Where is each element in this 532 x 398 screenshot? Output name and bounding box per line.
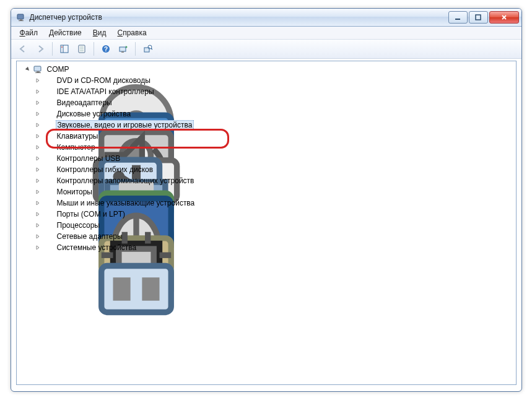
tree-item-label: Мониторы (56, 188, 94, 196)
tree-item[interactable]: Контроллеры USB (34, 153, 516, 164)
mouse-icon (43, 198, 53, 208)
tree-item[interactable]: Видеоадаптеры (34, 97, 516, 108)
keyboard-icon (43, 131, 53, 141)
expand-icon[interactable] (34, 233, 41, 240)
tree-item[interactable]: Контроллеры гибких дисков (34, 164, 516, 175)
tree-item[interactable]: Контроллеры запоминающих устройств (34, 175, 516, 186)
expand-icon[interactable] (34, 188, 41, 196)
menu-action[interactable]: Действие (44, 27, 87, 38)
back-button[interactable] (15, 41, 31, 57)
svg-text:?: ? (103, 46, 107, 53)
tree-item-label: Контроллеры запоминающих устройств (56, 176, 196, 185)
svg-rect-21 (34, 66, 41, 71)
tree-item[interactable]: Мониторы (34, 186, 516, 197)
expand-icon[interactable] (34, 155, 41, 162)
svg-rect-0 (17, 14, 24, 19)
expand-icon[interactable] (34, 99, 41, 106)
usb-icon (43, 154, 53, 163)
expand-icon[interactable] (34, 132, 41, 140)
device-manager-window: Диспетчер устройств Файл Действие Вид Сп… (11, 8, 522, 392)
tree-root-label: COMP (46, 65, 71, 74)
expand-icon[interactable] (34, 177, 41, 184)
tree-item-label: Сетевые адаптеры (56, 232, 124, 241)
svg-rect-22 (37, 71, 40, 72)
expand-icon[interactable] (34, 144, 41, 151)
show-hide-tree-button[interactable] (56, 41, 72, 57)
menu-file[interactable]: Файл (15, 27, 43, 38)
tree-item-label: Видеоадаптеры (56, 98, 113, 107)
expand-icon[interactable] (34, 88, 41, 95)
properties-button[interactable] (74, 41, 90, 57)
menu-help[interactable]: Справка (113, 27, 152, 38)
maximize-button[interactable] (469, 11, 488, 24)
svg-line-20 (151, 48, 152, 50)
toolbar: ? (11, 40, 521, 59)
tree-item-label: Звуковые, видео и игровые устройства (56, 120, 194, 130)
expand-icon[interactable] (34, 77, 41, 84)
svg-rect-2 (19, 20, 24, 21)
expand-icon[interactable] (34, 222, 41, 229)
system-icon (43, 243, 53, 253)
tree-item[interactable]: Процессоры (34, 220, 516, 231)
svg-rect-23 (35, 72, 41, 73)
minimize-button[interactable] (448, 11, 468, 24)
tree-item[interactable]: Мыши и иные указывающие устройства (34, 197, 516, 209)
net-icon (43, 231, 53, 241)
cpu-icon (43, 220, 53, 230)
expand-icon[interactable] (34, 121, 41, 129)
collapse-icon[interactable] (24, 66, 32, 73)
svg-rect-1 (20, 19, 22, 20)
titlebar[interactable]: Диспетчер устройств (11, 9, 521, 27)
separator (135, 42, 136, 56)
svg-rect-9 (61, 46, 63, 48)
tree-item[interactable]: Клавиатуры (34, 131, 516, 142)
tree-item[interactable]: DVD и CD-ROM дисководы (34, 75, 516, 86)
tree-item[interactable]: Звуковые, видео и игровые устройства (34, 119, 516, 131)
tree-item-label: IDE ATA/ATAPI контроллеры (56, 87, 155, 96)
tree-item[interactable]: Системные устройства (34, 242, 516, 253)
tree-item-label: Контроллеры гибких дисков (56, 165, 155, 174)
tree-item[interactable]: IDE ATA/ATAPI контроллеры (34, 86, 516, 97)
menubar: Файл Действие Вид Справка (11, 27, 521, 40)
monitor-icon (43, 187, 53, 197)
forward-button[interactable] (32, 41, 48, 57)
close-button[interactable] (489, 11, 519, 24)
svg-rect-7 (61, 45, 68, 53)
ide-icon (43, 87, 53, 97)
tree-item-label: Системные устройства (56, 243, 138, 252)
tree-item-label: Компьютер (56, 143, 97, 152)
tree-item[interactable]: Порты (COM и LPT) (34, 209, 516, 220)
tree-item[interactable]: Сетевые адаптеры (34, 231, 516, 242)
svg-rect-4 (476, 15, 481, 20)
svg-rect-17 (121, 51, 124, 53)
svg-rect-16 (120, 47, 126, 51)
sound-icon (43, 120, 53, 130)
expand-icon[interactable] (34, 199, 41, 207)
expand-icon[interactable] (34, 210, 41, 218)
separator (94, 42, 94, 56)
separator (52, 42, 53, 56)
display-icon (43, 98, 53, 108)
tree-item-label: Порты (COM и LPT) (56, 210, 127, 218)
storage-icon (43, 176, 53, 186)
tree-item[interactable]: Компьютер (34, 142, 516, 153)
tree-view[interactable]: COMP DVD и CD-ROM дисководыIDE ATA/ATAPI… (16, 61, 517, 385)
tree-item-label: Дисковые устройства (56, 110, 133, 118)
tree-item-label: Мыши и иные указывающие устройства (56, 199, 196, 207)
update-driver-button[interactable] (139, 41, 155, 57)
menu-view[interactable]: Вид (88, 27, 111, 38)
tree-root[interactable]: COMP (19, 64, 516, 75)
expand-icon[interactable] (34, 110, 41, 118)
expand-icon[interactable] (34, 166, 41, 173)
app-icon (16, 12, 26, 22)
tree-item[interactable]: Дисковые устройства (34, 108, 516, 119)
tree-item-label: Процессоры (56, 221, 102, 230)
tree-item-label: DVD и CD-ROM дисководы (56, 76, 152, 85)
computer-icon (33, 64, 43, 74)
tree-item-label: Клавиатуры (56, 132, 100, 141)
scan-hardware-button[interactable] (115, 41, 131, 57)
expand-icon[interactable] (34, 244, 41, 251)
tree-item-label: Контроллеры USB (56, 154, 122, 163)
help-button[interactable]: ? (98, 41, 114, 57)
computer-icon (43, 142, 53, 152)
